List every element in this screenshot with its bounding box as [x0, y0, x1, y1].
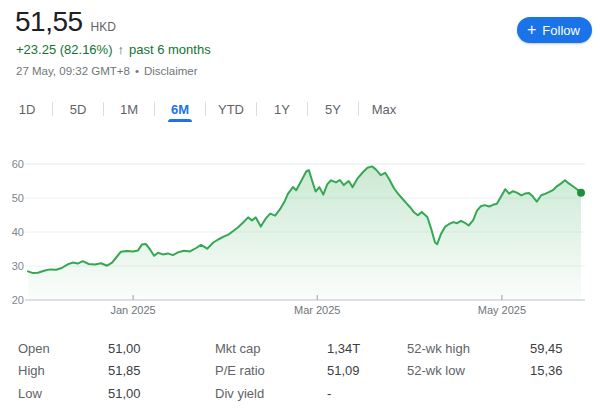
stat-label: High: [18, 363, 108, 378]
tab-5y[interactable]: 5Y: [308, 96, 358, 122]
stat-row-high: High 51,85: [18, 360, 141, 383]
tab-5d[interactable]: 5D: [53, 96, 103, 122]
tab-1m[interactable]: 1M: [104, 96, 154, 122]
x-axis-label: Mar 2025: [294, 304, 340, 316]
last-price-dot: [577, 189, 585, 197]
stat-label: Low: [18, 386, 108, 401]
stat-value: -: [327, 386, 331, 401]
tab-1d[interactable]: 1D: [2, 96, 52, 122]
stat-label: P/E ratio: [215, 363, 327, 378]
change-amount: +23.25 (82.16%): [16, 42, 112, 57]
follow-button-label: Follow: [542, 23, 580, 38]
stat-row-low: Low 51,00: [18, 382, 141, 405]
quote-timestamp: 27 May, 09:32 GMT+8: [16, 65, 130, 77]
stats-column-valuation: Mkt cap 1,34T P/E ratio 51,09 Div yield …: [215, 337, 360, 405]
stat-row-open: Open 51,00: [18, 337, 141, 360]
follow-button[interactable]: + Follow: [517, 17, 592, 43]
stat-value: 15,36: [530, 363, 563, 378]
stat-value: 59,45: [530, 341, 563, 356]
stat-row-52wk-high: 52-wk high 59,45: [407, 337, 563, 360]
y-axis-label: 50: [12, 192, 24, 204]
stat-row-pe: P/E ratio 51,09: [215, 360, 360, 383]
tab-max[interactable]: Max: [359, 96, 409, 122]
change-period: past 6 months: [129, 42, 211, 57]
stat-value: 51,85: [108, 363, 141, 378]
stat-label: 52-wk high: [407, 341, 530, 356]
stat-label: 52-wk low: [407, 363, 530, 378]
price-change-row: +23.25 (82.16%) ↑ past 6 months: [16, 42, 211, 57]
y-axis-label: 30: [12, 260, 24, 272]
y-axis-label: 60: [12, 158, 24, 170]
stat-row-52wk-low: 52-wk low 15,36: [407, 360, 563, 383]
tab-6m[interactable]: 6M: [155, 96, 205, 122]
stat-label: Open: [18, 341, 108, 356]
x-axis-label: May 2025: [478, 304, 526, 316]
stats-column-price: Open 51,00 High 51,85 Low 51,00: [18, 337, 141, 405]
currency-code: HKD: [91, 20, 116, 34]
y-axis-label: 20: [12, 294, 24, 306]
quote-meta-row: 27 May, 09:32 GMT+8 • Disclaimer: [16, 65, 198, 77]
disclaimer-link[interactable]: Disclaimer: [144, 65, 198, 77]
stat-value: 51,09: [327, 363, 360, 378]
up-arrow-icon: ↑: [117, 43, 124, 56]
stat-value: 1,34T: [327, 341, 360, 356]
stat-value: 51,00: [108, 386, 141, 401]
stat-row-mktcap: Mkt cap 1,34T: [215, 337, 360, 360]
stat-label: Mkt cap: [215, 341, 327, 356]
separator-dot: •: [135, 65, 139, 77]
range-tabs: 1D 5D 1M 6M YTD 1Y 5Y Max: [2, 96, 409, 122]
plus-icon: +: [527, 22, 536, 38]
x-axis-label: Jan 2025: [110, 304, 155, 316]
stats-column-52wk: 52-wk high 59,45 52-wk low 15,36: [407, 337, 563, 382]
price-header: 51,55 HKD: [15, 6, 116, 38]
tab-1y[interactable]: 1Y: [257, 96, 307, 122]
current-price: 51,55: [15, 6, 83, 38]
tab-ytd[interactable]: YTD: [206, 96, 256, 122]
stat-value: 51,00: [108, 341, 141, 356]
price-area: [28, 166, 581, 300]
stat-label: Div yield: [215, 386, 327, 401]
stat-row-divyield: Div yield -: [215, 382, 360, 405]
y-axis-label: 40: [12, 226, 24, 238]
